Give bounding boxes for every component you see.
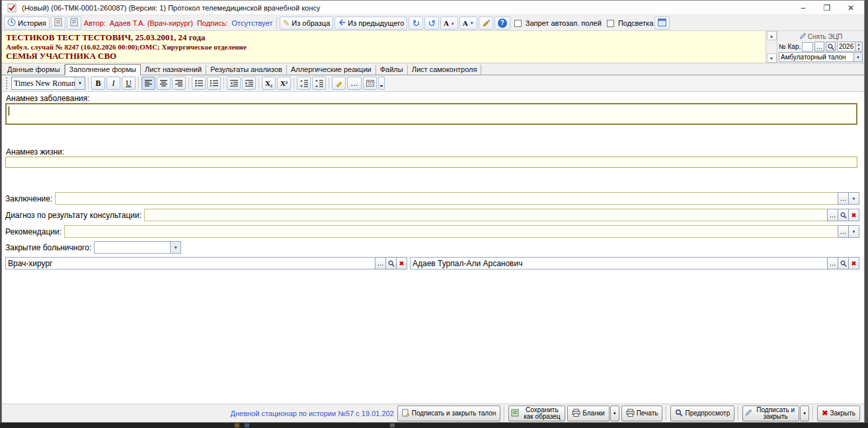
patient-name: ТЕСТИКОВ ТЕСТ ТЕСТОВИЧ, 25.03.2001, 24 г…: [6, 32, 762, 43]
card-number-label: № Кар.: [779, 43, 801, 50]
window-controls: – ❐ ✕: [799, 3, 855, 13]
diagnosis-input[interactable]: [144, 209, 828, 221]
font-decrease-button[interactable]: A▼: [459, 17, 477, 30]
reload-button[interactable]: ↺: [424, 17, 439, 30]
numbered-list-button[interactable]: [207, 77, 221, 90]
outdent-button[interactable]: [227, 77, 241, 90]
patient-scrollbar[interactable]: ▲ ▼: [766, 31, 777, 63]
diagnosis-lookup-button[interactable]: …: [827, 209, 838, 221]
maximize-button[interactable]: ❐: [822, 3, 832, 13]
doctor-name-search-button[interactable]: [838, 257, 849, 269]
doctor-name-clear-button[interactable]: ✖: [848, 257, 859, 269]
chevron-down-icon[interactable]: ▼: [853, 53, 862, 61]
indent-button[interactable]: [242, 77, 256, 90]
tab-form-filling[interactable]: Заполнение формы: [65, 64, 141, 75]
preview-button[interactable]: Предпросмотр: [670, 406, 734, 421]
document-copy-button[interactable]: [67, 17, 81, 30]
window-title: (Новый) (06-ТМК-0001-260087) (Версия: 1)…: [22, 4, 799, 12]
sign-and-close-button[interactable]: Подписать и закрыть: [742, 406, 799, 421]
close-button[interactable]: ✖ Закрыть: [817, 406, 860, 421]
talon-type-value: Амбулаторный талон: [779, 54, 853, 61]
toolbar-grip[interactable]: [6, 77, 9, 89]
from-sample-button[interactable]: ✎ Из образца: [280, 17, 333, 30]
help-button[interactable]: ?: [494, 17, 510, 30]
minimize-button[interactable]: –: [799, 3, 808, 13]
recommendations-lookup-button[interactable]: …: [838, 225, 849, 238]
card-number-input[interactable]: [802, 42, 813, 52]
spin-down-icon[interactable]: ▼: [855, 47, 862, 52]
conclusion-lookup-button[interactable]: …: [838, 192, 849, 205]
doctor-name-input[interactable]: [410, 257, 828, 269]
card-lookup-button[interactable]: …: [814, 42, 824, 52]
print-button[interactable]: Печать: [621, 406, 663, 421]
remove-ecp-button[interactable]: Снять ЭЦП: [779, 32, 863, 41]
conclusion-input[interactable]: [55, 192, 838, 205]
italic-button[interactable]: I: [106, 77, 120, 90]
taskbar-icon[interactable]: [245, 423, 249, 427]
refresh-button[interactable]: ↻: [409, 17, 423, 30]
underline-button[interactable]: U: [122, 77, 136, 90]
doctor-position-clear-button[interactable]: ✖: [396, 257, 407, 269]
year-spinner[interactable]: 2026 ▲ ▼: [837, 42, 863, 52]
diagnosis-search-button[interactable]: [838, 209, 849, 221]
blanks-dropdown-button[interactable]: ▼: [610, 406, 619, 421]
taskbar-icon[interactable]: [390, 423, 395, 427]
card-search-button[interactable]: [826, 42, 836, 52]
doctor-position-input[interactable]: [5, 257, 375, 269]
history-button[interactable]: История: [4, 17, 50, 30]
highlight-checkbox[interactable]: [607, 20, 614, 27]
year-spin-arrows[interactable]: ▲ ▼: [855, 42, 862, 51]
anamnesis-disease-input[interactable]: [5, 103, 857, 125]
line-spacing-decrease-button[interactable]: [297, 77, 311, 90]
sign-and-close-dropdown-button[interactable]: ▼: [800, 406, 809, 421]
tab-form-data[interactable]: Данные формы: [3, 65, 65, 75]
doctor-name-lookup-button[interactable]: …: [827, 257, 838, 269]
align-center-button[interactable]: [157, 77, 171, 90]
superscript-button[interactable]: X²: [277, 77, 291, 90]
conclusion-dropdown-button[interactable]: ▼: [848, 192, 859, 205]
remove-ecp-label: Снять ЭЦП: [808, 33, 843, 40]
highlight-brush-button[interactable]: [332, 77, 346, 90]
tab-allergic-reactions[interactable]: Аллергические реакции: [287, 65, 376, 75]
recommendations-dropdown-button[interactable]: ▼: [848, 225, 859, 238]
doctor-position-search-button[interactable]: [385, 257, 397, 269]
toolbar-overflow-button[interactable]: [378, 77, 385, 90]
diagnosis-clear-button[interactable]: ✖: [848, 209, 859, 221]
align-left-button[interactable]: [141, 77, 155, 90]
chevron-down-icon[interactable]: ▼: [170, 242, 180, 253]
scroll-up-icon[interactable]: ▲: [767, 31, 777, 40]
format-brush-button[interactable]: [479, 17, 493, 30]
font-family-select[interactable]: Times New Roman ▼: [11, 77, 85, 90]
chevron-down-icon[interactable]: ▼: [75, 77, 85, 89]
taskbar-icon[interactable]: [235, 423, 239, 427]
tab-self-control-list[interactable]: Лист самоконтроля: [408, 65, 482, 75]
subscript-button[interactable]: X₂: [262, 77, 276, 90]
sign-close-talon-button[interactable]: Подписать и закрыть талон: [397, 406, 501, 421]
scroll-down-icon[interactable]: ▼: [767, 54, 777, 63]
bullet-list-button[interactable]: [192, 77, 206, 90]
form-view-button[interactable]: [654, 17, 670, 30]
blanks-button[interactable]: Бланки: [567, 406, 609, 421]
document-info-button[interactable]: [51, 17, 65, 30]
sick-leave-select[interactable]: ▼: [94, 241, 181, 254]
doctor-position-lookup-button[interactable]: …: [375, 257, 386, 269]
tab-analysis-results[interactable]: Результаты анализов: [206, 65, 287, 75]
talon-type-select[interactable]: Амбулаторный талон ▼: [779, 52, 863, 62]
bold-button[interactable]: B: [91, 77, 105, 90]
tab-files[interactable]: Файлы: [376, 65, 408, 75]
line-spacing-increase-button[interactable]: [312, 77, 326, 90]
from-previous-button[interactable]: Из предыдущего: [335, 17, 407, 30]
editor-separator: [294, 77, 294, 89]
more-options-button[interactable]: …: [347, 77, 362, 90]
save-as-template-button[interactable]: Сохранить как образец: [508, 406, 565, 421]
align-right-button[interactable]: [172, 77, 186, 90]
font-increase-button[interactable]: A▲: [440, 17, 458, 30]
taskbar[interactable]: [0, 423, 868, 428]
close-window-button[interactable]: ✕: [846, 3, 855, 13]
status-text: Дневной стационар по истории №57 с 19.01…: [231, 410, 394, 417]
recommendations-input[interactable]: [64, 225, 838, 238]
insert-symbol-button[interactable]: [363, 77, 377, 90]
autofill-checkbox[interactable]: [514, 20, 522, 27]
anamnesis-life-input[interactable]: [5, 157, 857, 168]
tab-prescription-list[interactable]: Лист назначений: [141, 65, 206, 75]
